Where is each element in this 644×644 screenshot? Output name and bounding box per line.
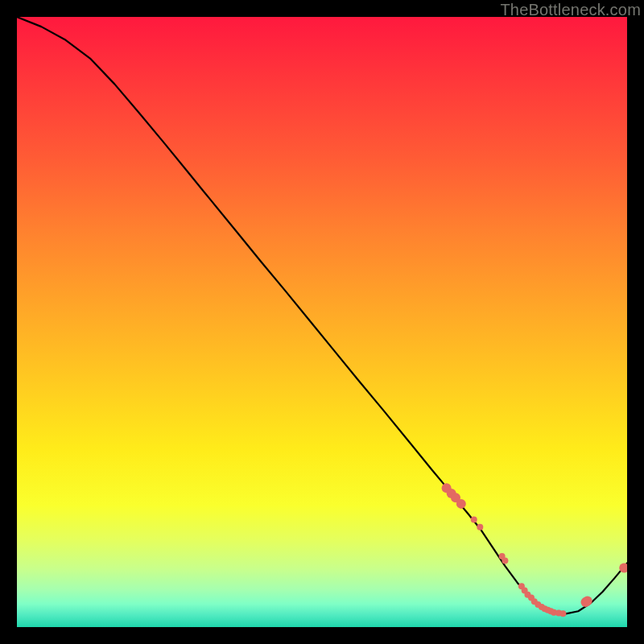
data-point bbox=[583, 596, 592, 605]
data-point bbox=[471, 517, 477, 523]
chart-svg bbox=[17, 17, 627, 627]
heat-background bbox=[17, 17, 627, 627]
data-point bbox=[477, 524, 483, 530]
data-point bbox=[502, 557, 508, 564]
data-point bbox=[456, 499, 466, 509]
plot-area bbox=[17, 17, 627, 627]
chart-stage: TheBottleneck.com bbox=[0, 0, 644, 644]
data-point bbox=[559, 610, 566, 617]
